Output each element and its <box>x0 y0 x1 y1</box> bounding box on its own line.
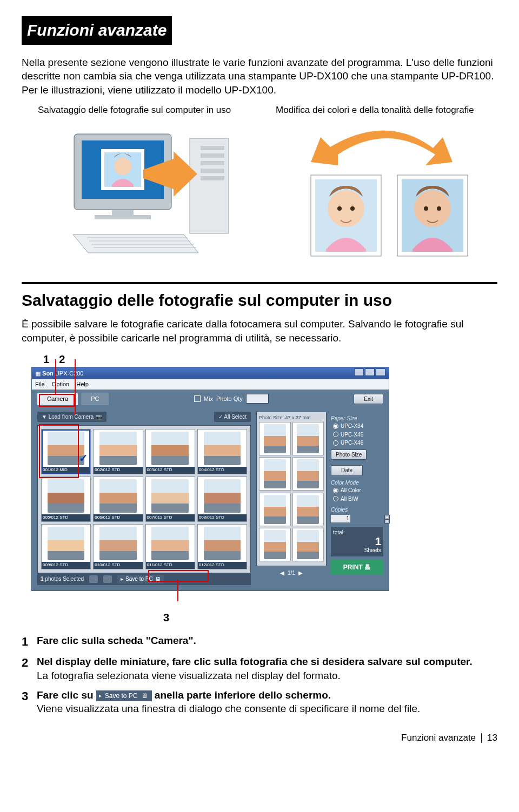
print-button[interactable]: PRINT 🖶 <box>331 560 383 575</box>
app-screenshot: ▦ Son UPX-C200 File Option Help Camera P… <box>31 367 388 591</box>
callout-markers-top: 12 <box>43 352 497 367</box>
app-icon: ▦ <box>35 370 42 377</box>
svg-point-20 <box>337 206 342 211</box>
step-2-lead: Nel display delle miniature, fare clic s… <box>37 656 473 667</box>
steps-list: 1 Fare clic sulla scheda "Camera". 2 Nel… <box>22 634 497 716</box>
step-1-text: Fare clic sulla scheda "Camera". <box>37 635 196 646</box>
preview-thumbnail <box>292 457 324 491</box>
step-3-body: Viene visualizzata una finestra di dialo… <box>37 703 420 714</box>
svg-rect-11 <box>190 138 229 233</box>
heading-save-photos: Salvataggio delle fotografie sul compute… <box>22 290 497 312</box>
thumbnail[interactable]: 011/012 STD <box>145 524 195 569</box>
svg-point-21 <box>350 206 355 211</box>
color-mode-label: Color Mode <box>331 479 383 487</box>
divider <box>22 282 497 284</box>
photo-qty-label: Photo Qty <box>216 395 243 403</box>
illustration-color-adjust <box>276 117 497 268</box>
section-title: Funzioni avanzate <box>22 16 172 45</box>
callout-3: 3 <box>163 610 497 625</box>
menu-help: Help <box>76 381 89 387</box>
preview-thumbnail <box>259 422 291 455</box>
mix-label: Mix <box>204 395 213 403</box>
preview-panel: Photo Size: 47 x 37 mm <box>256 412 327 566</box>
thumbnail[interactable]: 008/012 STD <box>197 477 247 522</box>
photo-qty-input[interactable] <box>246 394 269 404</box>
preview-thumbnail <box>292 528 324 561</box>
svg-rect-16 <box>201 176 224 180</box>
trash-icon[interactable] <box>103 575 112 583</box>
svg-point-4 <box>114 158 131 175</box>
svg-rect-13 <box>201 153 224 158</box>
window-buttons[interactable] <box>353 368 385 378</box>
thumbnail[interactable]: 009/012 STD <box>41 524 91 569</box>
col-left-caption: Salvataggio delle fotografie sul compute… <box>38 104 260 117</box>
preview-title: Photo Size: 47 x 37 mm <box>259 414 324 421</box>
step-number: 3 <box>22 688 31 716</box>
step-2-body: La fotografia selezionata viene visualiz… <box>37 670 341 681</box>
thumbnail[interactable]: 012/012 STD <box>197 524 247 569</box>
paper-size-option[interactable]: UPC-X45 <box>333 431 383 439</box>
svg-point-19 <box>328 190 364 227</box>
color-mode-option[interactable]: All B/W <box>333 495 383 504</box>
col-right-caption: Modifica dei colori e della tonalità del… <box>276 104 497 117</box>
thumbnail[interactable]: 005/012 STD <box>41 477 91 522</box>
top-toolbar: Camera PC Mix Photo Qty Exit <box>32 390 389 408</box>
inline-save-to-pc-button: Save to PC🖥 <box>96 690 152 701</box>
step-3-lead-a: Fare clic su <box>37 689 96 701</box>
copies-input[interactable]: 1 <box>331 515 350 522</box>
preview-thumbnail <box>259 493 291 526</box>
pager[interactable]: ◀ 1/1 ▶ <box>256 569 327 577</box>
date-button[interactable]: Date <box>331 465 363 476</box>
svg-rect-14 <box>201 161 224 165</box>
svg-rect-12 <box>201 146 224 150</box>
camera-icon: 📷 <box>96 413 102 421</box>
preview-thumbnail <box>292 422 324 455</box>
menubar[interactable]: File Option Help <box>32 379 389 390</box>
intro-paragraph: Nella presente sezione vengono illustrat… <box>22 56 497 97</box>
svg-point-24 <box>414 190 451 227</box>
mix-checkbox[interactable] <box>194 395 201 402</box>
tab-pc[interactable]: PC <box>81 393 109 405</box>
svg-point-25 <box>424 206 428 211</box>
thumbnail[interactable]: 003/012 STD <box>145 429 195 474</box>
printer-icon: 🖶 <box>364 563 371 571</box>
thumbnail[interactable]: 004/012 STD <box>197 429 247 474</box>
step-3-lead-b: anella parte inferiore dello schermo. <box>155 689 331 701</box>
svg-rect-15 <box>201 169 224 173</box>
thumbnail[interactable]: 006/012 STD <box>93 477 143 522</box>
key-icon[interactable] <box>89 575 98 583</box>
page-footer: Funzioni avanzate13 <box>22 732 497 744</box>
preview-thumbnail <box>259 528 291 561</box>
bottom-bar: 1 photos Selected ▸ Save to PC 🖥 <box>37 573 251 585</box>
illustration-computer <box>38 117 260 268</box>
photo-size-button[interactable]: Photo Size <box>331 449 367 460</box>
pc-icon: 🖥 <box>141 692 148 700</box>
body-paragraph: È possibile salvare le fotografie carica… <box>22 317 497 345</box>
titlebar: ▦ Son UPX-C200 <box>32 367 389 379</box>
thumbnail[interactable]: 007/012 STD <box>145 477 195 522</box>
all-select-button[interactable]: ✓ All Select <box>214 412 251 422</box>
step-number: 1 <box>22 634 31 650</box>
exit-button[interactable]: Exit <box>354 394 383 405</box>
copies-stepper[interactable]: ▲▼ <box>384 515 390 522</box>
thumbnail[interactable]: 002/012 STD <box>93 429 143 474</box>
paper-size-option[interactable]: UPC-X34 <box>333 422 383 431</box>
color-mode-option[interactable]: All Color <box>333 486 383 495</box>
preview-thumbnail <box>292 493 324 526</box>
svg-rect-6 <box>95 215 151 219</box>
menu-option: Option <box>52 381 69 387</box>
svg-point-26 <box>437 206 441 211</box>
step-number: 2 <box>22 655 31 682</box>
load-from-camera-button[interactable]: ▼ Load from Camera📷 <box>37 412 107 422</box>
menu-file: File <box>35 381 45 387</box>
paper-size-option[interactable]: UPC-X46 <box>333 439 383 447</box>
illustration-row: Salvataggio delle fotografie sul compute… <box>38 104 497 268</box>
svg-rect-5 <box>112 210 134 215</box>
preview-thumbnail <box>259 457 291 491</box>
thumbnail[interactable]: 010/012 STD <box>93 524 143 569</box>
copies-label: Copies <box>331 506 383 514</box>
app-window: ▦ Son UPX-C200 File Option Help Camera P… <box>31 367 389 591</box>
paper-size-label: Paper Size <box>331 415 383 422</box>
total-box: total: 1 Sheets <box>331 527 383 556</box>
